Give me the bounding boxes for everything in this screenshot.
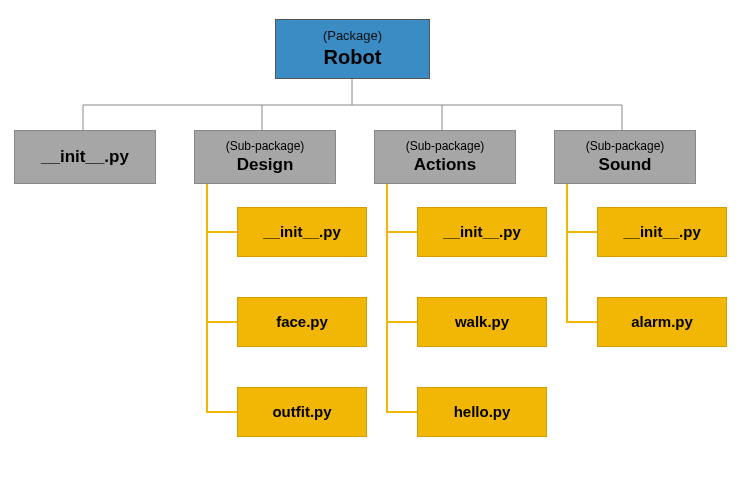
subpackage-design: (Sub-package) Design	[194, 130, 336, 184]
module-init-root: __init__.py	[14, 130, 156, 184]
package-root-name: Robot	[324, 45, 382, 70]
file-actions-1: walk.py	[417, 297, 547, 347]
file-sound-0: __init__.py	[597, 207, 727, 257]
file-actions-2: hello.py	[417, 387, 547, 437]
file-design-2: outfit.py	[237, 387, 367, 437]
subpackage-sound-name: Sound	[599, 154, 652, 175]
subpackage-actions-name: Actions	[414, 154, 476, 175]
subpackage-actions: (Sub-package) Actions	[374, 130, 516, 184]
subpackage-sound: (Sub-package) Sound	[554, 130, 696, 184]
subpackage-actions-tag: (Sub-package)	[406, 139, 485, 154]
file-actions-0: __init__.py	[417, 207, 547, 257]
subpackage-design-name: Design	[237, 154, 294, 175]
module-init-root-name: __init__.py	[41, 146, 129, 167]
file-sound-1: alarm.py	[597, 297, 727, 347]
subpackage-sound-tag: (Sub-package)	[586, 139, 665, 154]
file-design-0: __init__.py	[237, 207, 367, 257]
package-root: (Package) Robot	[275, 19, 430, 79]
subpackage-design-tag: (Sub-package)	[226, 139, 305, 154]
file-design-1: face.py	[237, 297, 367, 347]
package-root-tag: (Package)	[323, 28, 382, 44]
